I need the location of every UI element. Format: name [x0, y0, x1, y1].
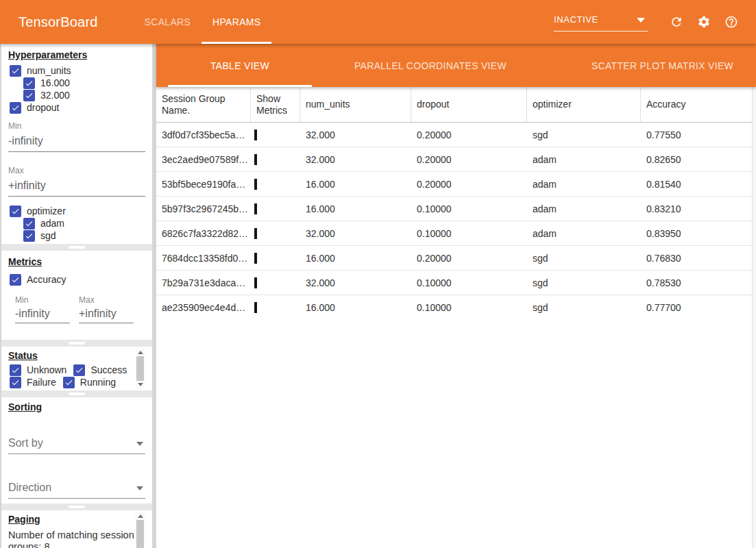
num-units-cell: 32.000 [300, 277, 411, 288]
max-label: Max [79, 295, 134, 305]
show-metrics-checkbox[interactable] [254, 253, 257, 264]
checkbox-checked-icon[interactable] [63, 377, 75, 388]
tab-parallel-coordinates-view[interactable]: PARALLEL COORDINATES VIEW [312, 44, 549, 87]
col-header-optimizer[interactable]: optimizer [527, 87, 641, 122]
hyperparameters-heading: Hyperparameters [8, 49, 145, 60]
session-group-name: 5b97f3c2967245b… [156, 203, 251, 214]
show-metrics-checkbox[interactable] [254, 154, 257, 165]
checkbox-label: optimizer [27, 206, 66, 216]
metrics-heading: Metrics [8, 256, 145, 267]
scrollbar-thumb[interactable] [136, 356, 144, 381]
dropout-cell: 0.20000 [411, 129, 527, 140]
accuracy-cell: 0.77550 [641, 129, 756, 140]
show-metrics-checkbox[interactable] [254, 179, 257, 190]
panel-splitter[interactable] [1, 340, 152, 347]
tab-scalars[interactable]: SCALARS [134, 0, 202, 44]
accuracy-cell: 0.77700 [641, 302, 756, 313]
sort-by-dropdown[interactable]: Sort by [8, 437, 145, 454]
main-scrollbar-track[interactable] [752, 87, 756, 548]
hparams-sidebar: Hyperparameters num_units 16.000 32.000 … [0, 44, 152, 548]
checkbox-label: Unknown [27, 364, 66, 375]
checkbox-checked-icon[interactable] [23, 77, 35, 89]
checkbox-checked-icon[interactable] [10, 377, 21, 388]
hparam-row-optimizer[interactable]: optimizer [1, 205, 152, 217]
table-row: 5b97f3c2967245b… 16.000 0.10000 adam 0.8… [156, 197, 756, 221]
scroll-down-icon[interactable] [138, 383, 143, 386]
accuracy-cell: 0.83950 [641, 228, 756, 239]
num-units-cell: 16.000 [300, 203, 411, 214]
run-status-dropdown[interactable]: INACTIVE [554, 13, 648, 32]
hparam-row-num-units[interactable]: num_units [1, 64, 152, 77]
col-header-accuracy[interactable]: Accuracy [641, 87, 756, 122]
scrollbar-thumb[interactable] [136, 520, 144, 548]
checkbox-checked-icon[interactable] [23, 230, 35, 242]
scroll-up-icon[interactable] [138, 351, 143, 354]
hparam-row-16[interactable]: 16.000 [1, 77, 152, 89]
hparam-row-sgd[interactable]: sgd [1, 229, 152, 242]
accuracy-cell: 0.82650 [641, 154, 756, 165]
tab-hparams[interactable]: HPARAMS [202, 0, 271, 44]
dropout-cell: 0.10000 [411, 228, 527, 239]
status-row: Failure Running [1, 376, 152, 388]
status-scrollbar[interactable] [135, 348, 145, 389]
status-running[interactable]: Running [63, 377, 116, 388]
show-metrics-cell [251, 129, 300, 140]
show-metrics-cell [251, 253, 300, 264]
max-input[interactable]: +infinity [8, 179, 145, 197]
status-unknown[interactable]: Unknown [10, 364, 66, 376]
show-metrics-checkbox[interactable] [254, 277, 257, 288]
col-header-session-group-name[interactable]: Session Group Name. [156, 87, 251, 122]
scroll-up-icon[interactable] [138, 514, 143, 518]
checkbox-checked-icon[interactable] [10, 274, 21, 286]
direction-dropdown[interactable]: Direction [8, 482, 145, 499]
toolbar-actions: INACTIVE [554, 13, 756, 32]
checkbox-checked-icon[interactable] [73, 364, 85, 376]
num-units-cell: 16.000 [300, 179, 411, 190]
paging-scrollbar[interactable] [135, 512, 145, 548]
tab-table-view[interactable]: TABLE VIEW [168, 44, 312, 87]
accuracy-cell: 0.76830 [641, 253, 756, 264]
help-icon[interactable] [724, 15, 738, 29]
dropout-cell: 0.20000 [411, 253, 527, 264]
show-metrics-cell [251, 228, 300, 239]
checkbox-checked-icon[interactable] [10, 102, 21, 114]
hparam-row-adam[interactable]: adam [1, 217, 152, 229]
checkbox-checked-icon[interactable] [10, 65, 21, 77]
show-metrics-checkbox[interactable] [254, 228, 257, 239]
optimizer-cell: adam [527, 228, 641, 239]
table-header: Session Group Name. Show Metrics num_uni… [156, 87, 756, 123]
hparam-row-dropout[interactable]: dropout [1, 101, 152, 114]
show-metrics-checkbox[interactable] [254, 203, 257, 214]
session-groups-table: Session Group Name. Show Metrics num_uni… [156, 87, 756, 319]
table-row: 3df0d7cf35bec5a… 32.000 0.20000 sgd 0.77… [156, 123, 756, 147]
session-group-name: 3df0d7cf35bec5a… [156, 129, 251, 140]
checkbox-checked-icon[interactable] [10, 364, 21, 376]
col-header-show-metrics[interactable]: Show Metrics [251, 87, 300, 122]
show-metrics-checkbox[interactable] [254, 302, 257, 313]
panel-splitter[interactable] [1, 244, 152, 251]
refresh-icon[interactable] [670, 15, 683, 29]
panel-splitter[interactable] [1, 390, 152, 397]
status-failure[interactable]: Failure [10, 377, 56, 388]
min-input[interactable]: -infinity [15, 308, 70, 323]
metrics-panel: Metrics Accuracy Min -infinity Max +infi… [1, 251, 152, 340]
col-header-dropout[interactable]: dropout [411, 87, 527, 122]
dropout-cell: 0.10000 [411, 302, 527, 313]
hparam-row-32[interactable]: 32.000 [1, 89, 152, 101]
top-toolbar: TensorBoard SCALARS HPARAMS INACTIVE [0, 0, 756, 44]
settings-gear-icon[interactable] [697, 15, 711, 29]
min-input[interactable]: -infinity [8, 135, 145, 152]
checkbox-checked-icon[interactable] [10, 206, 21, 217]
show-metrics-checkbox[interactable] [254, 129, 257, 140]
tab-scatter-plot-matrix-view[interactable]: SCATTER PLOT MATRIX VIEW [549, 44, 756, 87]
status-success[interactable]: Success [73, 364, 127, 376]
show-metrics-cell [251, 277, 300, 288]
checkbox-checked-icon[interactable] [23, 218, 35, 229]
col-header-num-units[interactable]: num_units [300, 87, 411, 122]
session-group-name: 3ec2aed9e07589f… [156, 154, 251, 165]
dropdown-caret-icon [136, 442, 143, 446]
max-input[interactable]: +infinity [79, 308, 134, 323]
panel-splitter[interactable] [1, 503, 152, 510]
metric-row-accuracy[interactable]: Accuracy [1, 273, 152, 286]
checkbox-checked-icon[interactable] [23, 90, 35, 101]
